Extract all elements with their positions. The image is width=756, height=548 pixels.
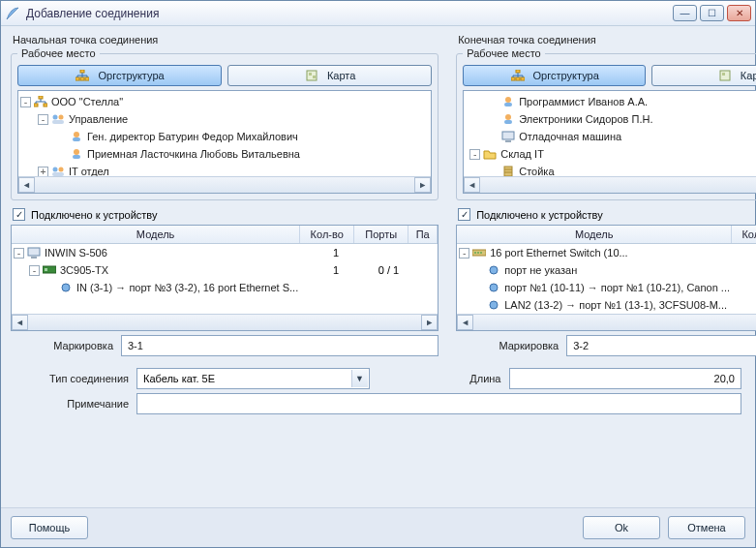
end-marking-input[interactable] — [566, 335, 756, 356]
conn-type-select[interactable]: Кабель кат. 5E ▼ — [136, 368, 370, 389]
end-orgstructure-button[interactable]: Оргструктура — [463, 65, 646, 86]
end-connected-checkbox[interactable]: ✓ — [458, 208, 470, 221]
scroll-left-icon[interactable]: ◄ — [18, 177, 35, 193]
minimize-button[interactable]: — — [673, 5, 697, 21]
start-point-column: Начальная точка соединения Рабочее место… — [11, 34, 438, 356]
svg-point-13 — [74, 132, 79, 137]
svg-rect-26 — [511, 77, 515, 80]
conn-type-label: Тип соединения — [15, 373, 129, 384]
svg-point-10 — [53, 115, 58, 120]
expand-icon[interactable]: - — [459, 248, 469, 259]
horizontal-scrollbar[interactable]: ◄► — [457, 314, 756, 330]
col-model[interactable]: Модель — [12, 226, 300, 243]
table-row[interactable]: -INWIN S-506 1 — [12, 244, 438, 261]
col-qty[interactable]: Кол-во — [300, 226, 354, 243]
length-input[interactable] — [509, 368, 742, 389]
tree-node[interactable]: Электроники Сидоров П.Н. — [519, 113, 652, 125]
svg-point-46 — [490, 301, 498, 309]
ok-button[interactable]: Ok — [583, 516, 660, 539]
scroll-right-icon[interactable]: ► — [421, 315, 438, 330]
expand-icon[interactable]: - — [29, 265, 40, 276]
computer-icon — [26, 246, 42, 259]
length-label: Длина — [387, 373, 501, 384]
tree-node[interactable]: IT отдел — [69, 166, 109, 176]
tree-node[interactable]: Стойка — [519, 166, 554, 176]
note-input[interactable] — [136, 393, 741, 414]
start-marking-input[interactable] — [121, 335, 438, 356]
svg-point-33 — [505, 114, 511, 120]
svg-rect-3 — [85, 77, 89, 80]
folder-icon — [482, 147, 498, 161]
scroll-right-icon[interactable]: ► — [414, 177, 431, 193]
tree-node[interactable]: ООО "Стелла" — [51, 96, 123, 107]
cancel-button[interactable]: Отмена — [668, 516, 745, 539]
dialog-window: Добавление соединения — ☐ ✕ Начальная то… — [0, 0, 756, 548]
titlebar[interactable]: Добавление соединения — ☐ ✕ — [1, 1, 755, 26]
svg-rect-7 — [39, 96, 43, 99]
expand-icon[interactable]: - — [469, 149, 480, 160]
col-qty[interactable]: Кол-во — [732, 226, 756, 243]
tree-node[interactable]: Приемная Ласточкина Любовь Витальевна — [87, 148, 300, 160]
start-device-table[interactable]: Модель Кол-во Порты Па -INWIN S-506 1 -3… — [11, 225, 438, 331]
end-workplace-group: Рабочее место Оргструктура Карта — [456, 47, 756, 200]
dialog-footer: Помощь Ok Отмена — [1, 507, 755, 547]
table-row[interactable]: -3C905-TX 1 0 / 1 — [12, 261, 438, 279]
svg-rect-0 — [80, 70, 84, 73]
start-map-button[interactable]: Карта — [227, 65, 432, 86]
map-icon — [304, 69, 319, 82]
start-org-tree[interactable]: -ООО "Стелла" -Управление Ген. директор … — [17, 90, 432, 194]
org-icon — [33, 95, 48, 108]
note-label: Примечание — [15, 398, 129, 410]
end-org-tree[interactable]: Программист Иванов А.А. Электроники Сидо… — [463, 90, 756, 194]
svg-rect-14 — [73, 137, 80, 141]
table-row[interactable]: LAN2 (13-2) → порт №1 (13-1), 3CFSU08-M.… — [457, 296, 756, 314]
table-row[interactable]: порт не указан — [457, 261, 756, 279]
help-button[interactable]: Помощь — [11, 516, 88, 539]
expand-icon[interactable]: + — [38, 167, 48, 177]
nic-icon — [42, 263, 57, 277]
tree-node[interactable]: Ген. директор Батурин Федор Михайлович — [87, 131, 298, 142]
horizontal-scrollbar[interactable]: ◄► — [464, 176, 756, 193]
horizontal-scrollbar[interactable]: ◄► — [12, 314, 438, 330]
svg-rect-27 — [516, 77, 520, 80]
expand-icon[interactable]: - — [38, 114, 48, 125]
svg-rect-28 — [521, 77, 525, 80]
col-model[interactable]: Модель — [457, 226, 732, 243]
table-row[interactable]: порт №1 (10-11) → порт №1 (10-21), Canon… — [457, 279, 756, 296]
expand-icon[interactable]: - — [20, 97, 31, 107]
col-pa[interactable]: Па — [408, 226, 438, 243]
scroll-left-icon[interactable]: ◄ — [457, 315, 473, 330]
port-icon — [486, 298, 501, 312]
start-connected-checkbox[interactable]: ✓ — [13, 208, 25, 221]
conn-type-value: Кабель кат. 5E — [143, 373, 215, 384]
user-icon — [500, 112, 516, 126]
tree-node[interactable]: Склад IT — [500, 148, 544, 160]
scroll-left-icon[interactable]: ◄ — [12, 315, 28, 330]
window-title: Добавление соединения — [26, 7, 673, 20]
table-row[interactable]: IN (3-1) → порт №3 (3-2), 16 port Ethern… — [12, 279, 438, 296]
svg-rect-25 — [516, 70, 520, 73]
tree-node[interactable]: Программист Иванов А.А. — [519, 96, 648, 107]
col-ports[interactable]: Порты — [354, 226, 408, 243]
rack-icon — [500, 165, 516, 176]
tree-node[interactable]: Отладочная машина — [519, 131, 621, 142]
svg-rect-20 — [28, 248, 40, 256]
svg-point-45 — [490, 284, 498, 291]
maximize-button[interactable]: ☐ — [700, 5, 724, 21]
end-device-table[interactable]: Модель Кол-во Порты -16 port Ethernet Sw… — [456, 225, 756, 331]
close-button[interactable]: ✕ — [727, 5, 751, 21]
scroll-left-icon[interactable]: ◄ — [464, 177, 480, 193]
svg-point-24 — [62, 284, 70, 291]
end-map-label: Карта — [741, 70, 756, 81]
tree-node[interactable]: Управление — [69, 113, 128, 125]
port-icon — [486, 281, 501, 294]
svg-point-42 — [477, 252, 479, 254]
expand-icon[interactable]: - — [14, 248, 24, 259]
svg-rect-8 — [34, 104, 38, 107]
end-map-button[interactable]: Карта — [651, 65, 756, 86]
table-row[interactable]: -16 port Ethernet Switch (10... 1 7 / 16 — [457, 244, 756, 261]
port-icon — [58, 281, 74, 294]
svg-rect-35 — [502, 132, 514, 139]
horizontal-scrollbar[interactable]: ◄► — [18, 176, 431, 193]
start-orgstructure-button[interactable]: Оргструктура — [17, 65, 222, 86]
